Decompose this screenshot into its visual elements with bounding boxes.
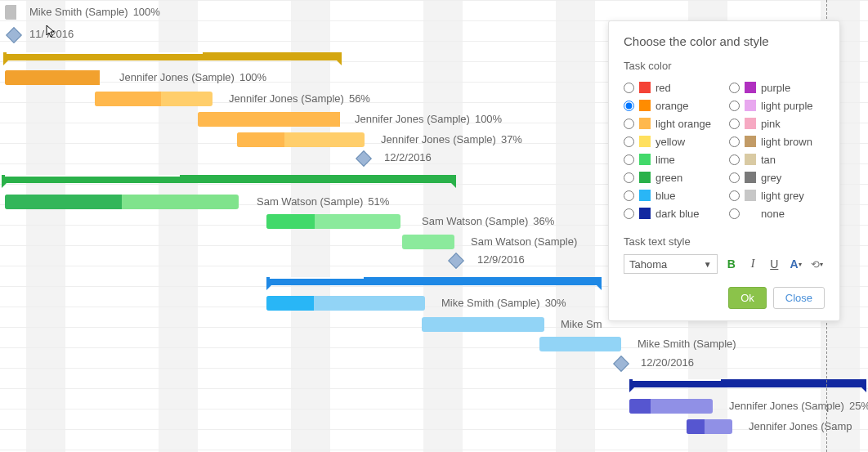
- color-option-green[interactable]: green: [624, 168, 719, 186]
- task-bar[interactable]: [539, 337, 621, 351]
- summary-bar[interactable]: [266, 277, 602, 285]
- color-radio[interactable]: [624, 83, 634, 93]
- task-label: Mike Smith (Sample)30%: [441, 297, 566, 309]
- task-bar[interactable]: [266, 296, 425, 311]
- task-label: Mike Smith (Sample): [638, 338, 736, 350]
- clear-format-button[interactable]: ⟲▾: [810, 256, 825, 272]
- color-radio[interactable]: [624, 136, 634, 147]
- task-percent: 25%: [849, 400, 868, 412]
- color-name: grey: [761, 172, 781, 184]
- task-bar[interactable]: [402, 235, 454, 249]
- text-color-button[interactable]: A▾: [788, 256, 803, 272]
- color-radio[interactable]: [729, 101, 740, 111]
- color-swatch: [745, 100, 756, 111]
- color-option-red[interactable]: red: [624, 78, 719, 96]
- task-bar[interactable]: [629, 399, 713, 414]
- color-radio[interactable]: [729, 154, 740, 165]
- color-name: red: [655, 82, 671, 94]
- color-swatch: [745, 154, 756, 165]
- color-option-grey[interactable]: grey: [729, 168, 825, 186]
- color-radio[interactable]: [729, 83, 740, 93]
- color-name: none: [761, 208, 785, 220]
- task-label: Sam Watson (Sample)36%: [422, 215, 554, 227]
- color-swatch: [745, 172, 756, 183]
- milestone-date: 11/ /2016: [29, 28, 74, 40]
- task-bar[interactable]: [198, 112, 340, 127]
- color-option-light-orange[interactable]: light orange: [624, 114, 719, 132]
- bold-button[interactable]: B: [724, 256, 739, 272]
- color-swatch: [639, 118, 651, 129]
- color-radio[interactable]: [729, 208, 740, 219]
- task-label: Sam Watson (Sample): [471, 235, 577, 248]
- color-option-blue[interactable]: blue: [624, 186, 719, 204]
- color-swatch: [639, 154, 651, 165]
- color-option-purple[interactable]: purple: [729, 78, 825, 96]
- color-style-panel: Choose the color and style Task color re…: [608, 20, 840, 321]
- color-radio[interactable]: [624, 190, 634, 201]
- milestone-date: 12/9/2016: [477, 253, 525, 266]
- color-swatch: [639, 208, 651, 219]
- task-label: Jennifer Jones (Sample)56%: [229, 92, 370, 105]
- color-option-tan[interactable]: tan: [729, 150, 825, 168]
- task-percent: 100%: [239, 71, 266, 83]
- summary-bar[interactable]: [2, 175, 456, 183]
- underline-button[interactable]: U: [767, 256, 781, 272]
- color-name: green: [655, 172, 682, 184]
- task-bar[interactable]: [237, 132, 365, 147]
- color-name: light purple: [761, 100, 813, 112]
- task-bar[interactable]: [422, 317, 544, 332]
- task-bar[interactable]: [266, 214, 400, 229]
- color-name: light brown: [761, 136, 812, 148]
- color-option-light-purple[interactable]: light purple: [729, 96, 825, 114]
- color-option-pink[interactable]: pink: [729, 114, 825, 132]
- task-percent: 51%: [368, 195, 389, 208]
- task-label: Jennifer Jones (Sample)100%: [355, 113, 502, 125]
- color-radio[interactable]: [624, 154, 634, 165]
- color-option-yellow[interactable]: yellow: [624, 132, 719, 150]
- color-name: light grey: [761, 190, 804, 202]
- close-button[interactable]: Close: [773, 287, 825, 309]
- color-swatch: [639, 100, 651, 111]
- task-bar[interactable]: [5, 5, 16, 20]
- color-radio[interactable]: [729, 119, 740, 129]
- task-label: Sam Watson (Sample)51%: [257, 195, 389, 208]
- color-swatch: [745, 136, 756, 147]
- color-radio[interactable]: [624, 101, 634, 111]
- task-percent: 30%: [545, 297, 566, 309]
- milestone-date: 12/20/2016: [641, 356, 694, 369]
- task-bar[interactable]: [687, 419, 732, 434]
- italic-button[interactable]: I: [745, 256, 760, 272]
- font-select[interactable]: Tahoma ▼: [624, 254, 718, 274]
- milestone-date: 12/2/2016: [384, 151, 432, 163]
- color-radio[interactable]: [624, 119, 634, 129]
- color-name: blue: [655, 190, 676, 202]
- color-option-orange[interactable]: orange: [624, 96, 719, 114]
- task-label: Mike Smith (Sample)100%: [29, 6, 160, 18]
- color-radio[interactable]: [729, 172, 740, 183]
- color-option-lime[interactable]: lime: [624, 150, 719, 168]
- color-swatch: [639, 136, 651, 147]
- color-radio[interactable]: [624, 208, 634, 219]
- summary-bar[interactable]: [629, 379, 866, 387]
- task-bar[interactable]: [95, 92, 213, 106]
- color-name: tan: [761, 154, 776, 166]
- milestone-diamond[interactable]: [613, 356, 629, 372]
- color-swatch: [745, 208, 756, 219]
- color-name: lime: [655, 154, 675, 166]
- color-option-none[interactable]: none: [729, 204, 825, 222]
- task-percent: 100%: [133, 6, 160, 18]
- color-option-light-grey[interactable]: light grey: [729, 186, 825, 204]
- task-label: Jennifer Jones (Sample)37%: [381, 133, 522, 145]
- color-option-light-brown[interactable]: light brown: [729, 132, 825, 150]
- task-label: Jennifer Jones (Samp: [749, 420, 852, 432]
- color-radio[interactable]: [624, 172, 634, 183]
- ok-button[interactable]: Ok: [728, 287, 767, 309]
- color-name: pink: [761, 118, 781, 130]
- summary-bar[interactable]: [3, 52, 342, 60]
- color-radio[interactable]: [729, 190, 740, 201]
- color-option-dark-blue[interactable]: dark blue: [624, 204, 719, 222]
- task-bar[interactable]: [5, 70, 100, 85]
- task-percent: 56%: [349, 92, 370, 105]
- color-radio[interactable]: [729, 136, 740, 147]
- task-bar[interactable]: [5, 195, 239, 209]
